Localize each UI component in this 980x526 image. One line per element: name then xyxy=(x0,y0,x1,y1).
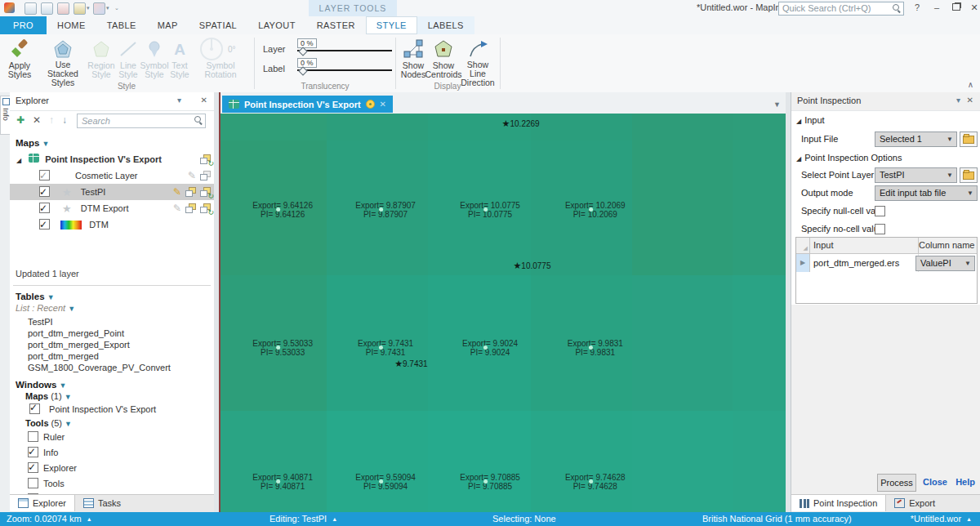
panel-menu-caret-icon[interactable]: ▾ xyxy=(956,96,960,105)
show-centroids-button[interactable]: Show Centroids xyxy=(428,37,459,87)
expander-icon[interactable]: ◢ xyxy=(796,155,801,163)
print-icon[interactable] xyxy=(93,2,105,15)
layer-history-icon[interactable]: ↻ xyxy=(200,203,211,213)
layer-history-icon[interactable]: ↻ xyxy=(200,154,211,164)
input-file-dropdown[interactable]: Selected 1▼ xyxy=(875,132,957,147)
use-stacked-styles-button[interactable]: Use Stacked Styles xyxy=(39,37,87,87)
close-button[interactable]: Close xyxy=(923,474,947,490)
tool-row-ruler[interactable]: Ruler xyxy=(28,430,211,445)
ribbon-tab-raster[interactable]: RASTER xyxy=(306,16,366,34)
process-button[interactable]: Process xyxy=(877,474,916,492)
tab-tasks[interactable]: Tasks xyxy=(75,495,129,511)
map-document-tab[interactable]: Point Inspection V's Export ✕ xyxy=(222,96,393,113)
favorite-star-icon[interactable]: ★ xyxy=(62,203,72,215)
point-marker[interactable] xyxy=(589,345,593,350)
expander-icon[interactable]: ◢ xyxy=(16,157,21,164)
windows-maps-caret-icon[interactable]: ▼ xyxy=(65,393,72,401)
mapinfo-logo-icon[interactable] xyxy=(4,2,15,13)
grid-col-input[interactable]: Input xyxy=(809,238,919,253)
quick-access-customize-icon[interactable]: ⌄ xyxy=(114,5,119,11)
show-nodes-button[interactable]: Show Nodes xyxy=(399,37,428,87)
layer-style-icon[interactable] xyxy=(200,171,211,181)
status-zoom[interactable]: Zoom: 0.02074 km▲ xyxy=(7,514,92,524)
ribbon-tab-layout[interactable]: LAYOUT xyxy=(247,16,306,34)
tool-row-explorer[interactable]: Explorer xyxy=(28,461,211,476)
list-mode-caret-icon[interactable]: ▼ xyxy=(68,305,75,313)
table-item[interactable]: port_dtm_merged_Export xyxy=(28,339,211,350)
ribbon-tab-home[interactable]: HOME xyxy=(47,16,96,34)
ribbon-tab-labels[interactable]: LABELS xyxy=(417,16,474,34)
tool-checkbox[interactable] xyxy=(28,431,38,442)
close-table-icon[interactable] xyxy=(57,2,69,15)
ribbon-tab-spatial[interactable]: SPATIAL xyxy=(189,16,247,34)
tool-checkbox[interactable] xyxy=(28,447,38,457)
ribbon-tab-table[interactable]: TABLE xyxy=(96,16,147,34)
grid-corner-cell[interactable]: ◢ xyxy=(796,238,810,253)
select-point-layer-browse-button[interactable] xyxy=(960,167,978,183)
help-button[interactable]: Help xyxy=(956,474,975,490)
point-marker[interactable] xyxy=(379,207,383,212)
ribbon-tab-style[interactable]: STYLE xyxy=(366,16,417,34)
layer-name[interactable]: TestPI xyxy=(81,187,106,197)
tables-caret-icon[interactable]: ▼ xyxy=(47,293,55,301)
output-mode-dropdown[interactable]: Edit input tab file▼ xyxy=(875,185,978,201)
ribbon-tab-pro[interactable]: PRO xyxy=(0,16,47,34)
tables-section-header[interactable]: Tables xyxy=(16,292,45,301)
tables-list-mode[interactable]: List : Recent xyxy=(16,303,65,313)
save-workspace-icon[interactable] xyxy=(74,2,86,15)
save-dropdown-caret-icon[interactable]: ▾ xyxy=(87,5,90,11)
expander-icon[interactable]: ◢ xyxy=(796,118,801,125)
tab-status-badge[interactable] xyxy=(366,100,375,109)
table-item[interactable]: GSM_1800_Coverage_PV_Convert xyxy=(28,362,211,373)
window-visibility-checkbox[interactable] xyxy=(29,403,40,414)
layer-visibility-checkbox[interactable] xyxy=(39,186,50,197)
tools-caret-icon[interactable]: ▼ xyxy=(65,420,72,428)
status-selecting[interactable]: Selecting: None xyxy=(492,514,556,524)
minimize-button[interactable]: – xyxy=(928,1,946,15)
raster-colormap-swatch[interactable] xyxy=(60,221,82,230)
point-marker[interactable] xyxy=(276,207,280,212)
input-section-header[interactable]: ◢Input xyxy=(796,115,825,125)
layer-name[interactable]: DTM xyxy=(89,220,109,230)
slider-handle[interactable] xyxy=(298,66,307,75)
layer-history-icon[interactable]: ↻ xyxy=(200,187,211,197)
window-list-caret-icon[interactable]: ▼ xyxy=(773,100,781,109)
select-point-layer-dropdown[interactable]: TestPI▼ xyxy=(875,167,957,183)
favorite-star-icon[interactable]: ★ xyxy=(62,186,72,198)
layer-row-testpi[interactable]: ★ TestPI ✎↻ xyxy=(10,184,214,200)
ribbon-tab-map[interactable]: MAP xyxy=(147,16,189,34)
options-section-header[interactable]: ◢Point Inspection Options xyxy=(796,153,902,163)
layer-style-icon[interactable] xyxy=(185,203,196,213)
tool-row-tools[interactable]: Tools xyxy=(28,476,211,492)
tab-explorer[interactable]: Explorer xyxy=(10,495,75,511)
edit-layer-icon[interactable]: ✎ xyxy=(173,200,181,216)
grid-col-column-name[interactable]: Column name xyxy=(915,238,977,253)
explorer-search-input[interactable]: Search xyxy=(77,114,206,128)
map-canvas[interactable]: Export= 9.64126PI= 9.64126Export= 9.8790… xyxy=(220,114,786,512)
print-dropdown-caret-icon[interactable]: ▾ xyxy=(106,5,109,11)
add-icon[interactable]: ✚ xyxy=(16,114,24,126)
layer-row-dtm[interactable]: DTM xyxy=(10,216,214,233)
windows-caret-icon[interactable]: ▼ xyxy=(59,381,66,390)
edit-layer-icon[interactable]: ✎ xyxy=(188,167,196,184)
tool-checkbox[interactable] xyxy=(28,462,38,473)
window-item-row[interactable]: Point Inspection V's Export xyxy=(29,403,214,416)
status-projection[interactable]: British National Grid (1 mm accuracy) xyxy=(702,514,852,524)
layer-row-dtm-export[interactable]: ★ DTM Export ✎↻ xyxy=(10,200,214,216)
grid-cell-input[interactable]: port_dtm_merged.ers xyxy=(809,254,919,272)
point-marker[interactable] xyxy=(483,479,488,484)
apply-styles-button[interactable]: Apply Styles xyxy=(2,37,38,87)
close-panel-icon[interactable]: ✕ xyxy=(201,96,207,105)
close-tab-icon[interactable]: ✕ xyxy=(380,100,386,109)
status-editing[interactable]: Editing: TestPI▲ xyxy=(270,514,337,524)
layer-name[interactable]: DTM Export xyxy=(81,203,129,213)
open-workspace-icon[interactable] xyxy=(41,2,53,15)
show-line-direction-button[interactable]: Show Line Direction xyxy=(459,37,497,87)
null-cell-checkbox[interactable] xyxy=(875,206,885,216)
table-item[interactable]: port_dtm_merged_Point xyxy=(28,328,211,339)
layer-translucency-slider[interactable]: 0 % xyxy=(297,38,392,55)
close-button[interactable]: ✕ xyxy=(965,1,980,15)
tools-section-header[interactable]: Tools xyxy=(25,418,49,428)
window-item-label[interactable]: Point Inspection V's Export xyxy=(49,404,156,414)
point-marker[interactable] xyxy=(589,207,593,212)
